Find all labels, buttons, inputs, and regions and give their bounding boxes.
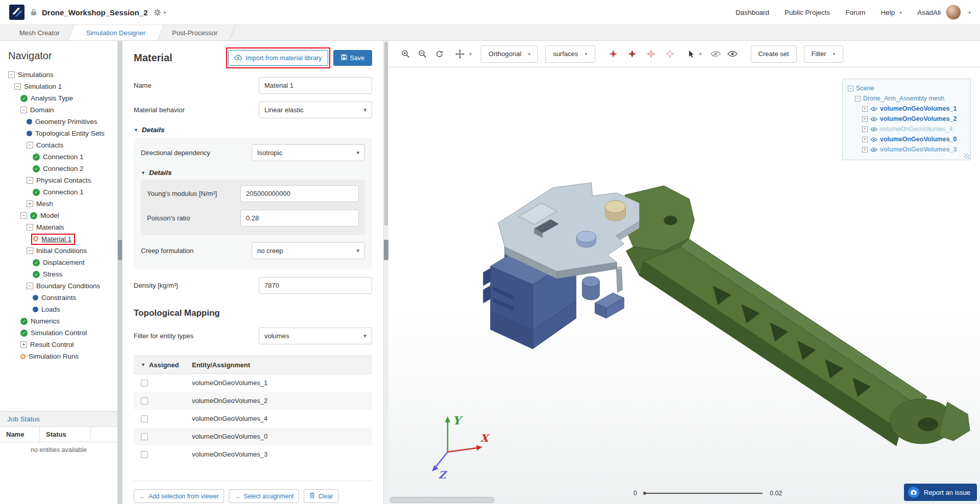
collapse-icon[interactable]: − (27, 142, 33, 148)
collapse-icon[interactable]: − (8, 71, 15, 78)
panel-collapse-handle[interactable] (118, 240, 122, 260)
add-selection-from-viewer-button[interactable]: ← Add selection from viewer (134, 489, 224, 503)
tree-item-analysis-type[interactable]: ✓Analysis Type (0, 92, 117, 104)
nav-dashboard[interactable]: Dashboard (736, 9, 769, 16)
scene-root-item[interactable]: − Scene (848, 83, 965, 93)
tree-item-geometry-primitives[interactable]: Geometry Primitives (0, 116, 117, 128)
expand-icon[interactable]: + (862, 147, 868, 153)
inner-details-toggle[interactable]: ▼ Details (141, 169, 365, 177)
render-mode-button[interactable]: surfaces ▾ (545, 45, 595, 63)
scene-volume-item[interactable]: + volumeOnGeoVolumes_3 (848, 144, 965, 155)
expand-icon[interactable]: + (862, 127, 868, 132)
nav-forum[interactable]: Forum (845, 9, 865, 16)
expand-icon[interactable]: + (862, 137, 868, 142)
expand-icon[interactable]: + (27, 200, 33, 207)
eye-icon[interactable] (870, 147, 877, 152)
collapse-icon[interactable]: − (27, 177, 33, 184)
creep-formulation-select[interactable]: no creep ▾ (252, 242, 365, 259)
scrollbar-thumb[interactable] (384, 42, 388, 225)
horizontal-scrollbar[interactable] (389, 497, 495, 503)
gear-icon[interactable] (154, 9, 161, 16)
row-checkbox[interactable] (141, 433, 148, 440)
tree-item-domain[interactable]: −Domain (0, 104, 117, 116)
row-checkbox[interactable] (141, 397, 148, 405)
selection-filter-icon-2[interactable] (625, 47, 639, 61)
scene-mesh-item[interactable]: − Drone_Arm_Assembly mesh (848, 93, 965, 104)
import-material-library-button[interactable]: Import from material library (228, 50, 328, 66)
tree-item-contacts[interactable]: −Contacts (0, 139, 117, 151)
pan-tool-button[interactable]: ▾ (455, 49, 472, 59)
tree-item-boundary-conditions[interactable]: −Boundary Conditions (0, 280, 117, 292)
show-all-eye-icon[interactable] (726, 47, 740, 61)
avatar[interactable] (946, 5, 961, 20)
nav-help[interactable]: Help ▾ (880, 9, 902, 16)
tree-item-physical-connection-1[interactable]: ✓Connection 1 (0, 186, 117, 198)
scene-volume-item[interactable]: + volumeOnGeoVolumes_1 (848, 104, 965, 114)
expand-icon[interactable]: + (862, 116, 868, 122)
zoom-out-button[interactable] (415, 47, 429, 61)
tree-item-connection-2[interactable]: ✓Connection 2 (0, 163, 117, 174)
viewer-canvas[interactable]: − Scene − Drone_Arm_Assembly mesh + volu… (388, 67, 980, 504)
eye-icon[interactable] (870, 137, 877, 142)
row-checkbox[interactable] (141, 451, 148, 458)
panel-resize-gutter[interactable] (117, 41, 122, 504)
collapse-icon[interactable]: − (27, 283, 33, 289)
scene-volume-item[interactable]: + volumeOnGeoVolumes_2 (848, 114, 965, 124)
app-logo-icon[interactable] (9, 5, 24, 20)
tree-item-connection-1[interactable]: ✓Connection 1 (0, 151, 117, 163)
table-row[interactable]: volumeOnGeoVolumes_2 (134, 392, 372, 410)
eye-icon[interactable] (870, 127, 877, 132)
tree-item-loads[interactable]: Loads (0, 304, 117, 315)
tab-mesh-creator[interactable]: Mesh Creator (6, 25, 73, 40)
tree-item-materials[interactable]: −Materials (0, 221, 117, 233)
tree-item-result-control[interactable]: +Result Control (0, 339, 117, 350)
tree-item-constraints[interactable]: Constraints (0, 292, 117, 304)
scene-volume-item[interactable]: + volumeOnGeoVolumes_4 (848, 124, 965, 134)
density-input[interactable] (259, 277, 372, 294)
user-menu[interactable]: AsadAli ▾ (917, 5, 971, 20)
selection-filter-icon-4[interactable] (663, 47, 677, 61)
fit-view-button[interactable] (432, 47, 446, 61)
row-checkbox[interactable] (141, 415, 148, 422)
material-behavior-select[interactable]: Linear elastic ▾ (259, 102, 372, 118)
entity-filter-select[interactable]: volumes ▾ (259, 327, 372, 344)
tree-item-mesh[interactable]: +Mesh (0, 198, 117, 210)
selection-filter-icon-1[interactable] (606, 47, 620, 61)
eye-icon[interactable] (870, 117, 877, 121)
tree-item-simulation-1[interactable]: −Simulation 1 (0, 81, 117, 92)
eye-icon[interactable] (870, 107, 877, 111)
tree-item-model[interactable]: −✓Model (0, 210, 117, 221)
directional-dependency-select[interactable]: Isotropic ▾ (252, 144, 365, 161)
panel-scrollbar[interactable] (383, 41, 388, 504)
zoom-in-button[interactable] (399, 47, 412, 61)
tree-item-simulation-control[interactable]: ✓Simulation Control (0, 327, 117, 339)
tree-item-physical-contacts[interactable]: −Physical Contacts (0, 174, 117, 186)
collapse-icon[interactable]: − (27, 247, 33, 254)
select-tool-button[interactable]: ▾ (688, 50, 702, 58)
collapse-icon[interactable]: − (848, 86, 853, 91)
poissons-ratio-input[interactable] (240, 210, 359, 226)
row-checkbox[interactable] (141, 380, 148, 387)
youngs-modulus-input[interactable] (240, 185, 359, 202)
scene-volume-item[interactable]: + volumeOnGeoVolumes_0 (848, 134, 965, 144)
material-name-input[interactable] (259, 77, 372, 94)
tree-item-material-1[interactable]: Material 1 (0, 233, 117, 245)
report-issue-button[interactable]: Report an issue (904, 484, 977, 501)
collapse-icon[interactable]: − (14, 83, 21, 90)
expand-icon[interactable]: + (862, 106, 868, 112)
filter-button[interactable]: Filter ▾ (804, 45, 843, 63)
scene-tree-overlay[interactable]: − Scene − Drone_Arm_Assembly mesh + volu… (842, 79, 971, 160)
tree-item-simulation-runs[interactable]: Simulation Runs (0, 350, 117, 362)
tab-post-processor[interactable]: Post-Processor (159, 25, 231, 40)
details-toggle[interactable]: ▼ Details (134, 126, 372, 134)
collapse-icon[interactable]: − (855, 96, 861, 102)
create-set-button[interactable]: Create set (751, 45, 797, 63)
table-row[interactable]: volumeOnGeoVolumes_3 (134, 445, 372, 463)
chevron-down-icon[interactable]: ▾ (163, 10, 166, 15)
clear-button[interactable]: Clear (304, 489, 338, 503)
table-row[interactable]: volumeOnGeoVolumes_1 (134, 374, 372, 392)
table-row[interactable]: volumeOnGeoVolumes_4 (134, 410, 372, 427)
tree-item-displacement[interactable]: ✓Displacement (0, 257, 117, 268)
selection-filter-icon-3[interactable] (644, 47, 658, 61)
expand-icon[interactable]: + (20, 341, 27, 348)
